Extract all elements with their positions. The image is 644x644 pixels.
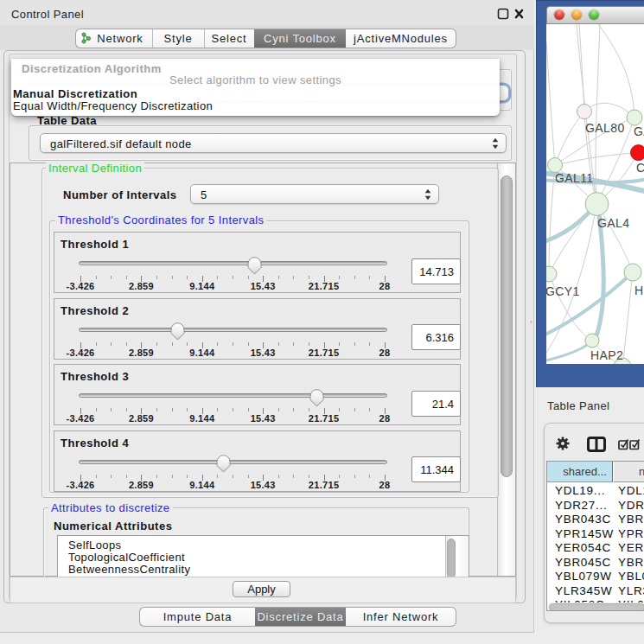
svg-text:GA: GA bbox=[634, 124, 644, 138]
svg-text:GAL4: GAL4 bbox=[597, 216, 629, 230]
svg-text:HI: HI bbox=[634, 284, 644, 297]
svg-text:C: C bbox=[636, 161, 644, 175]
svg-text:GAL80: GAL80 bbox=[585, 121, 625, 135]
svg-text:GAL11: GAL11 bbox=[555, 171, 594, 185]
svg-text:GCY1: GCY1 bbox=[546, 284, 580, 298]
svg-text:HAP2: HAP2 bbox=[590, 348, 623, 362]
